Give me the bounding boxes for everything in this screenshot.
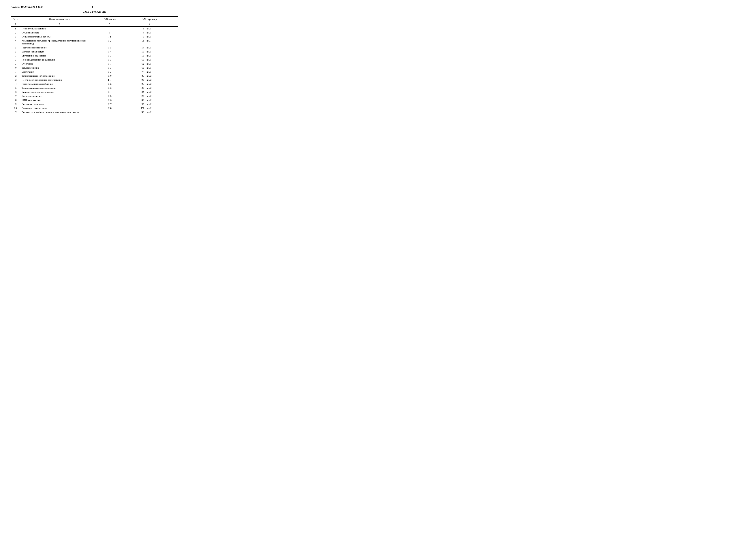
row-smet <box>99 27 121 31</box>
table-row: I3Нестандартизированное оборудованиеI-II… <box>11 78 178 82</box>
row-page: I45 <box>121 102 145 106</box>
table-row: 2Объектная сметаI4кн. I <box>11 31 178 35</box>
row-book: кн. I <box>145 70 178 74</box>
row-page: 96 <box>121 82 145 86</box>
col-header-smet: №№ сметы <box>99 16 121 22</box>
row-smet: I-4 <box>99 50 121 54</box>
page-number: - 2 - <box>43 5 142 8</box>
row-book: кн. 2 <box>145 98 178 102</box>
row-book: кн. I <box>145 54 178 58</box>
col-header-num: № пп <box>11 16 20 22</box>
contents-table: № пп Наименование смет №№ сметы №№ стран… <box>11 16 178 114</box>
row-name: Силовое электрооборудование <box>20 90 99 94</box>
row-smet <box>99 110 121 114</box>
row-name: Инвентарь и приспособления <box>20 82 99 86</box>
album-title: Альбом УШ«I Т.П. 503-4-45.87 <box>11 5 43 8</box>
row-num: II <box>11 70 20 74</box>
row-page: I5I <box>121 106 145 110</box>
row-page: 58 <box>121 54 145 58</box>
row-book: кн. 2 <box>145 102 178 106</box>
row-num: I2 <box>11 74 20 78</box>
table-row: 9ОтоплениеI-762кн. I <box>11 62 178 66</box>
row-num: 6 <box>11 50 20 54</box>
row-page: 69 <box>121 66 145 70</box>
row-smet: I-I7 <box>99 102 121 106</box>
table-row: I7ЭлектроосвещениеI-I5I22кн. 2 <box>11 94 178 98</box>
table-row: 20Пожарная сигнализацияI-I8I5Iкн. 2 <box>11 106 178 110</box>
row-book: кн. I <box>145 35 178 39</box>
row-smet: I-7 <box>99 62 121 66</box>
table-row: 7Внутренние водостокиI-558кн. I <box>11 54 178 58</box>
row-name: Ведомость потребности в производственных… <box>20 110 99 114</box>
row-num: I4 <box>11 82 20 86</box>
row-book: кн. 2 <box>145 110 178 114</box>
row-name: Бытовая канализация <box>20 50 99 54</box>
row-book: кн. 2 <box>145 106 178 110</box>
table-row: 4Хозяйственно-питьевой, производственно-… <box>11 39 178 46</box>
table-row: I5Технологические промпроводкиI-I3I00кн.… <box>11 86 178 90</box>
row-book: кн. I <box>145 62 178 66</box>
row-book: кн.I <box>145 39 178 46</box>
row-name: Технологические промпроводки <box>20 86 99 90</box>
row-page: I56 <box>121 110 145 114</box>
table-row: I0ТеплоснабжениеI-869кн. I <box>11 66 178 70</box>
row-smet: I-I0 <box>99 74 121 78</box>
row-book: кн. I <box>145 27 178 31</box>
row-name: Электроосвещение <box>20 94 99 98</box>
row-num: 9 <box>11 62 20 66</box>
row-page: I04 <box>121 90 145 94</box>
row-name: Теплоснабжение <box>20 66 99 70</box>
row-page: I33 <box>121 98 145 102</box>
col-header-pages: №№ страницы <box>121 16 178 22</box>
row-num: I7 <box>11 94 20 98</box>
table-row: 2IВедомость потребности в производственн… <box>11 110 178 114</box>
table-row: IПояснительная записка3кн. I <box>11 27 178 31</box>
row-page: 4 <box>121 31 145 35</box>
table-row: I2Технологическое оборудованиеI-I085кн. … <box>11 74 178 78</box>
row-name: Нестандартизированное оборудование <box>20 78 99 82</box>
row-smet: I <box>99 31 121 35</box>
row-num: 2I <box>11 110 20 114</box>
row-name: Вентиляция <box>20 70 99 74</box>
row-smet: I-9 <box>99 70 121 74</box>
row-name: Производственная канализация <box>20 58 99 62</box>
table-row: I8КИП и автоматикаI-I6I33кн. 2 <box>11 98 178 102</box>
row-name: Технологическое оборудование <box>20 74 99 78</box>
row-smet: I-I4 <box>99 90 121 94</box>
row-smet: I-6 <box>99 58 121 62</box>
col-num-2: 2 <box>20 22 99 27</box>
row-smet: I-I6 <box>99 98 121 102</box>
row-smet: I-2 <box>99 39 121 46</box>
col-num-3: 3 <box>99 22 121 27</box>
row-page: I22 <box>121 94 145 98</box>
row-name: Пожарная сигнализация <box>20 106 99 110</box>
row-page: 3 <box>121 27 145 31</box>
row-num: I5 <box>11 86 20 90</box>
row-num: I6 <box>11 90 20 94</box>
row-book: кн. 2 <box>145 90 178 94</box>
row-num: 4 <box>11 39 20 46</box>
row-smet: I-5 <box>99 54 121 58</box>
row-page: 62 <box>121 62 145 66</box>
table-row: 8Производственная канализацияI-660кн. I <box>11 58 178 62</box>
row-book: кн. 2 <box>145 86 178 90</box>
row-num: 3 <box>11 35 20 39</box>
row-name: Хозяйственно-питьевой, производственно-п… <box>20 39 99 46</box>
row-page: 6 <box>121 35 145 39</box>
row-name: Пояснительная записка <box>20 27 99 31</box>
table-row: 6Бытовая канализацияI-456кн. I <box>11 50 178 54</box>
row-smet: I-8 <box>99 66 121 70</box>
col-header-name: Наименование смет <box>20 16 99 22</box>
row-num: 5 <box>11 46 20 50</box>
row-num: I <box>11 27 20 31</box>
row-smet: I-I2 <box>99 82 121 86</box>
row-num: 2 <box>11 31 20 35</box>
row-num: I0 <box>11 66 20 70</box>
table-header-row: № пп Наименование смет №№ сметы №№ стран… <box>11 16 178 22</box>
row-num: I3 <box>11 78 20 82</box>
row-smet: I-II <box>99 78 121 82</box>
row-page: 56 <box>121 50 145 54</box>
row-smet: I-I <box>99 35 121 39</box>
table-row: IIВентиляцияI-977кн. I <box>11 70 178 74</box>
col-num-1: 1 <box>11 22 20 27</box>
